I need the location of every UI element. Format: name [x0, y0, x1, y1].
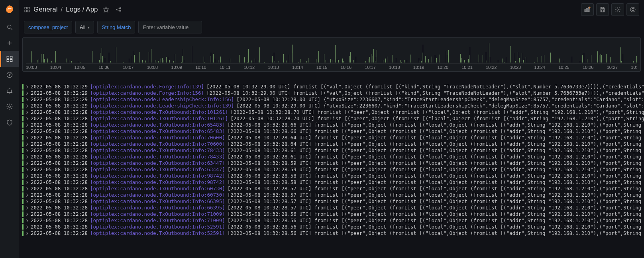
var-compose-project-select[interactable]: All ▾: [75, 21, 94, 33]
log-timestamp: 2022-05-08 10:32:28: [31, 205, 88, 211]
log-source: [optiplex:cardano.node.Forge:Info:156]: [90, 90, 204, 96]
plus-icon[interactable]: [0, 35, 19, 51]
log-line[interactable]: ❯2022-05-08 10:32:28[optiplex:cardano.no…: [22, 147, 644, 154]
chevron-right-icon[interactable]: ❯: [26, 186, 28, 192]
alerting-icon[interactable]: [0, 83, 19, 99]
log-line[interactable]: ❯2022-05-08 10:32:28[optiplex:cardano.no…: [22, 230, 644, 236]
save-dashboard-button[interactable]: [596, 3, 609, 16]
add-panel-button[interactable]: +: [581, 3, 594, 16]
log-source: [optiplex:cardano.node.TxOutbound:Info:7…: [90, 141, 225, 147]
chevron-right-icon[interactable]: ❯: [26, 205, 28, 211]
server-admin-icon[interactable]: [0, 115, 19, 131]
configuration-icon[interactable]: [0, 99, 19, 115]
log-line[interactable]: ❯2022-05-08 10:32:28[optiplex:cardano.no…: [22, 135, 644, 141]
chevron-right-icon[interactable]: ❯: [26, 230, 28, 236]
breadcrumb-current[interactable]: Logs / App: [66, 6, 98, 14]
svg-point-27: [617, 9, 618, 10]
log-line[interactable]: ❯2022-05-08 10:32:29[optiplex:cardano.no…: [22, 90, 644, 96]
log-level-bar: [22, 160, 24, 166]
log-line[interactable]: ❯2022-05-08 10:32:28[optiplex:cardano.no…: [22, 224, 644, 230]
svg-rect-13: [27, 7, 29, 9]
chevron-right-icon[interactable]: ❯: [26, 109, 28, 115]
chevron-right-icon[interactable]: ❯: [26, 198, 28, 205]
log-source: [optiplex:cardano.node.TxOutbound:Info:9…: [90, 179, 225, 186]
log-line[interactable]: ❯2022-05-08 10:32:28[optiplex:cardano.no…: [22, 205, 644, 211]
xaxis-tick: 10:22: [486, 65, 497, 70]
log-line[interactable]: ❯2022-05-08 10:32:28[optiplex:cardano.no…: [22, 192, 644, 198]
chevron-right-icon[interactable]: ❯: [26, 217, 28, 224]
chevron-right-icon[interactable]: ❯: [26, 128, 28, 135]
svg-line-20: [118, 8, 120, 10]
svg-rect-12: [25, 7, 27, 9]
breadcrumb-root[interactable]: General: [33, 6, 57, 14]
chevron-right-icon[interactable]: ❯: [26, 135, 28, 141]
log-line[interactable]: ❯2022-05-08 10:32:28[optiplex:cardano.no…: [22, 211, 644, 217]
log-line[interactable]: ❯2022-05-08 10:32:28[optiplex:cardano.no…: [22, 141, 644, 147]
log-line[interactable]: ❯2022-05-08 10:32:28[optiplex:cardano.no…: [22, 217, 644, 224]
chevron-right-icon[interactable]: ❯: [26, 192, 28, 198]
chevron-right-icon[interactable]: ❯: [26, 166, 28, 173]
log-message: [2022-05-08 10:32:28.59 UTC] fromList [(…: [228, 160, 644, 166]
xaxis-tick: 10:04: [50, 65, 61, 70]
chevron-right-icon[interactable]: ❯: [26, 115, 28, 122]
log-level-bar: [22, 186, 24, 192]
chevron-right-icon[interactable]: ❯: [26, 147, 28, 154]
log-source: [optiplex:cardano.node.TxOutbound:Info:7…: [90, 135, 225, 141]
svg-point-8: [7, 72, 12, 78]
search-icon[interactable]: [0, 19, 19, 35]
chevron-right-icon[interactable]: ❯: [26, 90, 28, 96]
log-panel[interactable]: ❯2022-05-08 10:32:29[optiplex:cardano.no…: [22, 78, 644, 258]
xaxis-tick: 10:13: [268, 65, 279, 70]
log-line[interactable]: ❯2022-05-08 10:32:28[optiplex:cardano.no…: [22, 166, 644, 173]
log-line[interactable]: ❯2022-05-08 10:32:28[optiplex:cardano.no…: [22, 109, 644, 115]
chevron-right-icon[interactable]: ❯: [26, 141, 28, 147]
log-line[interactable]: ❯2022-05-08 10:32:28[optiplex:cardano.no…: [22, 198, 644, 205]
log-line[interactable]: ❯2022-05-08 10:32:28[optiplex:cardano.no…: [22, 115, 644, 122]
log-message: [2022-05-08 10:32:28.64 UTC] fromList [(…: [228, 135, 644, 141]
chevron-right-icon[interactable]: ❯: [26, 173, 28, 179]
chevron-right-icon[interactable]: ❯: [26, 84, 28, 90]
svg-rect-4: [7, 56, 9, 58]
var-string-match-input[interactable]: [138, 21, 202, 33]
grafana-logo[interactable]: [0, 0, 19, 19]
chevron-right-icon[interactable]: ❯: [26, 179, 28, 186]
chevron-right-icon[interactable]: ❯: [26, 96, 28, 103]
share-icon[interactable]: [114, 5, 124, 14]
var-compose-project-value: All: [80, 24, 85, 30]
var-string-match-label[interactable]: String Match: [97, 21, 135, 33]
chevron-right-icon[interactable]: ❯: [26, 122, 28, 128]
dashboard-settings-button[interactable]: [611, 3, 624, 16]
explore-icon[interactable]: [0, 67, 19, 83]
log-line[interactable]: ❯2022-05-08 10:32:29[optiplex:cardano.no…: [22, 84, 644, 90]
log-message: [2022-05-08 10:32:29.00 UTC] fromList [(…: [206, 90, 644, 96]
log-line[interactable]: ❯2022-05-08 10:32:29[optiplex:cardano.no…: [22, 103, 644, 109]
log-timestamp: 2022-05-08 10:32:28: [31, 147, 88, 154]
log-timestamp: 2022-05-08 10:32:28: [31, 198, 88, 205]
cycle-view-button[interactable]: [626, 3, 639, 16]
chevron-right-icon[interactable]: ❯: [26, 160, 28, 166]
chevron-right-icon[interactable]: ❯: [26, 224, 28, 230]
xaxis-tick: 10:09: [171, 65, 182, 70]
log-line[interactable]: ❯2022-05-08 10:32:28[optiplex:cardano.no…: [22, 154, 644, 160]
log-level-bar: [22, 199, 24, 204]
log-line[interactable]: ❯2022-05-08 10:32:28[optiplex:cardano.no…: [22, 160, 644, 166]
log-line[interactable]: ❯2022-05-08 10:32:29[optiplex:cardano.no…: [22, 96, 644, 103]
log-source: [optiplex:cardano.node.TxOutbound:Info:7…: [90, 154, 225, 160]
apps-grid-icon[interactable]: [24, 6, 30, 13]
log-source: [optiplex:cardano.node.TxOutbound:Info:6…: [90, 160, 225, 166]
chevron-right-icon[interactable]: ❯: [26, 211, 28, 217]
log-line[interactable]: ❯2022-05-08 10:32:28[optiplex:cardano.no…: [22, 179, 644, 186]
dashboards-icon[interactable]: [0, 51, 19, 67]
star-icon[interactable]: [101, 5, 111, 14]
log-timestamp: 2022-05-08 10:32:28: [31, 211, 88, 217]
log-histogram-panel[interactable]: 10:0310:0410:0510:0610:0710:0810:0910:10…: [22, 37, 641, 72]
log-message: [2022-05-08 10:32:28.70 UTC] fromList [(…: [230, 109, 644, 115]
chevron-right-icon[interactable]: ❯: [26, 103, 28, 109]
log-timestamp: 2022-05-08 10:32:29: [31, 96, 88, 103]
log-line[interactable]: ❯2022-05-08 10:32:28[optiplex:cardano.no…: [22, 128, 644, 135]
chevron-right-icon[interactable]: ❯: [26, 154, 28, 160]
log-line[interactable]: ❯2022-05-08 10:32:28[optiplex:cardano.no…: [22, 173, 644, 179]
log-line[interactable]: ❯2022-05-08 10:32:28[optiplex:cardano.no…: [22, 122, 644, 128]
var-compose-project-label[interactable]: compose_project: [24, 21, 72, 33]
log-line[interactable]: ❯2022-05-08 10:32:28[optiplex:cardano.no…: [22, 186, 644, 192]
